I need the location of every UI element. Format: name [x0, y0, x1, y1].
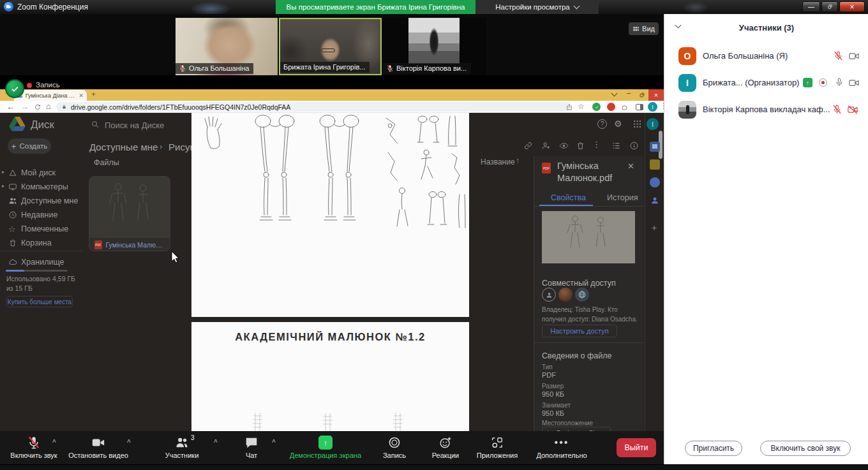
details-file-name: Гумінська Малюнок.pdf	[557, 160, 627, 184]
list-view-icon[interactable]	[611, 141, 621, 151]
participant-row[interactable]: Вікторія Карпова викладач каф...	[664, 101, 868, 119]
tab-close-icon[interactable]: ✕	[79, 92, 84, 99]
adblock-extension-icon[interactable]	[607, 103, 615, 111]
my-drive-icon	[8, 168, 17, 177]
location-chip[interactable]: Гумінська Діана	[542, 427, 611, 431]
participants-button[interactable]: Участники 3	[151, 436, 213, 459]
chat-options-chevron[interactable]: ^	[272, 439, 276, 446]
view-settings-dropdown[interactable]: Настройки просмотра	[475, 0, 599, 14]
video-tile-3[interactable]: Вікторія Карпова ви...	[383, 18, 486, 75]
file-card[interactable]: PDF Гумінська Малюнок.pdf	[89, 176, 170, 251]
camera-icon	[91, 436, 105, 450]
address-bar[interactable]: drive.google.com/drive/folders/1FTbEfuuo…	[56, 102, 571, 112]
apps-button[interactable]: Приложения	[471, 436, 523, 459]
sidebar-item-computers[interactable]: Компьютеры	[0, 180, 83, 193]
sidebar-item-my-drive[interactable]: Мой диск	[0, 166, 83, 179]
settings-gear-icon[interactable]: ⚙	[614, 119, 622, 129]
create-button[interactable]: + Создать	[8, 138, 51, 154]
unmute-self-button[interactable]: Включить свой звук	[760, 441, 851, 456]
participants-icon	[175, 436, 189, 450]
video-tile-2-active[interactable]: Брижата Ірина Григорів...	[279, 18, 382, 75]
video-tile-1[interactable]: Ольга Большаніна	[176, 18, 278, 75]
extensions-puzzle-icon[interactable]	[621, 103, 629, 111]
video-strip: Ольга Большаніна Брижата Ірина Григорів.…	[0, 14, 664, 75]
record-icon	[387, 436, 401, 450]
location-label: Местоположение	[542, 420, 593, 427]
calendar-icon[interactable]	[650, 142, 660, 152]
sort-arrow-icon[interactable]: ↑	[516, 156, 520, 165]
participant-name: Брижата... (Организатор)	[703, 78, 799, 87]
buy-storage-button[interactable]: Купить больше места	[6, 296, 73, 307]
new-tab-button[interactable]: +	[91, 90, 96, 99]
minimize-button[interactable]: —	[802, 1, 820, 12]
get-link-icon[interactable]	[523, 141, 533, 151]
contacts-icon[interactable]	[650, 195, 660, 205]
browser-restore-icon[interactable]	[639, 92, 645, 98]
view-button[interactable]: Вид	[629, 22, 659, 35]
participant-row[interactable]: O Ольга Большаніна (Я)	[664, 47, 868, 65]
browser-close-button[interactable]: ×	[648, 89, 664, 101]
share-top-gap	[0, 75, 664, 89]
browser-tab[interactable]: Гумінська Діана – Google Диск ✕	[14, 90, 87, 101]
windows-taskbar[interactable]	[0, 464, 868, 470]
more-button[interactable]: ••• Дополнительно	[528, 436, 595, 459]
avatar: I	[678, 74, 696, 92]
more-actions-icon[interactable]: ⋮	[592, 140, 601, 149]
trash-icon[interactable]	[576, 141, 585, 151]
chat-button[interactable]: Чат	[232, 436, 271, 459]
sidebar-item-recent[interactable]: Недавние	[0, 209, 83, 221]
add-addon-icon[interactable]: +	[652, 223, 657, 233]
share-user-icon[interactable]	[541, 141, 551, 151]
preview-eye-icon[interactable]	[559, 141, 569, 151]
browser-minimize-icon[interactable]: –	[627, 89, 631, 96]
screen-sharing-badge-icon: ↑	[803, 78, 812, 87]
search-input[interactable]: Поиск на Диске	[105, 121, 164, 130]
reactions-button[interactable]: Реакции	[425, 436, 466, 459]
search-icon	[91, 120, 100, 129]
sidebar-item-storage[interactable]: Хранилище	[0, 256, 83, 268]
invite-button[interactable]: Пригласить	[685, 441, 742, 456]
tasks-icon[interactable]	[650, 177, 660, 187]
participants-options-chevron[interactable]: ^	[214, 439, 218, 446]
forward-icon[interactable]: →	[20, 102, 29, 112]
close-button[interactable]: ×	[839, 1, 865, 12]
bookmark-star-icon[interactable]: ☆	[578, 102, 585, 111]
stop-video-button[interactable]: Остановить видео	[65, 436, 131, 459]
sort-label[interactable]: Название	[481, 158, 515, 166]
keep-icon[interactable]	[650, 159, 660, 170]
tab-properties[interactable]: Свойства	[551, 193, 586, 202]
tab-history[interactable]: История	[607, 193, 638, 202]
share-page-icon[interactable]	[565, 103, 573, 111]
leave-button[interactable]: Выйти	[617, 438, 656, 457]
participant-row[interactable]: I Брижата... (Организатор) ↑	[664, 74, 868, 92]
browser-avatar[interactable]: I	[648, 102, 657, 112]
share-screen-button[interactable]: ↑ Демонстрация экрана	[286, 436, 365, 459]
storage-cloud-icon	[8, 258, 17, 267]
mouse-cursor	[171, 251, 180, 263]
sidebar-item-trash[interactable]: Корзина	[0, 237, 83, 249]
details-thumbnail	[542, 211, 635, 263]
participant-name: Вікторія Карпова викладач каф...	[703, 105, 830, 114]
sidepanel-icon[interactable]	[636, 104, 643, 110]
shield-extension-icon[interactable]	[592, 103, 601, 111]
tabs-divider	[534, 206, 643, 207]
drive-avatar[interactable]: I	[647, 118, 659, 130]
url-text: drive.google.com/drive/folders/1FTbEfuuo…	[71, 103, 290, 111]
details-info-icon[interactable]	[629, 141, 639, 151]
reload-icon[interactable]	[34, 103, 41, 111]
video-options-chevron[interactable]: ^	[127, 439, 131, 446]
breadcrumb-parent[interactable]: Доступные мне	[89, 142, 158, 152]
apps-grid-icon[interactable]	[632, 119, 642, 129]
restore-button[interactable]	[821, 1, 838, 12]
sidebar-item-shared[interactable]: Доступные мне	[0, 195, 83, 207]
sidebar-item-starred[interactable]: ☆Помеченные	[0, 223, 83, 235]
drive-logo	[9, 117, 26, 131]
record-button[interactable]: Запись	[374, 436, 415, 459]
close-details-icon[interactable]: ✕	[627, 161, 634, 171]
audio-options-chevron[interactable]: ^	[52, 439, 56, 446]
home-icon[interactable]: ⌂	[46, 101, 51, 111]
help-icon[interactable]: ?	[597, 119, 607, 129]
manage-access-button[interactable]: Настроить доступ	[542, 325, 617, 337]
file-card-name: Гумінська Малюнок.pdf	[106, 241, 165, 249]
back-icon[interactable]: ←	[6, 102, 15, 112]
